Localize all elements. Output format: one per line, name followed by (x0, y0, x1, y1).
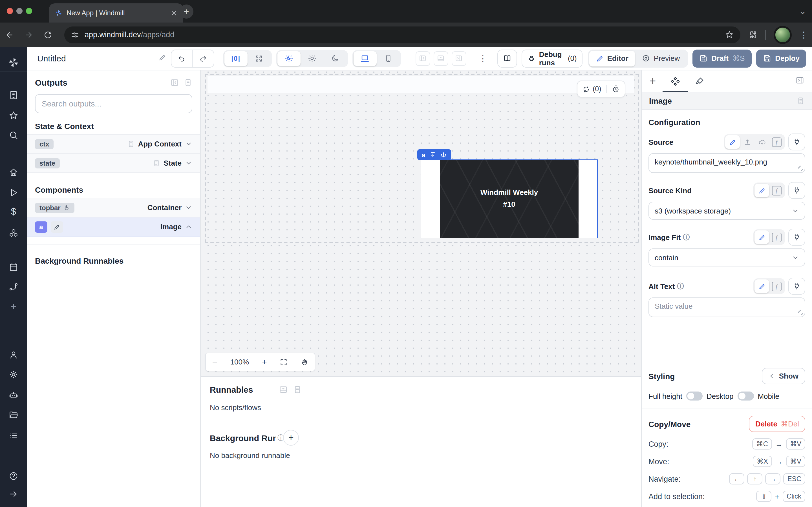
sidebar-item-favorites-icon[interactable] (9, 111, 18, 120)
center-layout-button[interactable]: |0| (224, 51, 248, 66)
source-kind-select[interactable]: s3 (workspace storage) (649, 202, 805, 220)
editor-canvas[interactable]: (0) a Windmill Weekly #10 − 100% + (201, 70, 641, 376)
output-row-ctx[interactable]: ctx App Context (27, 134, 200, 154)
sidebar-item-resources-icon[interactable] (9, 228, 18, 238)
browser-tab[interactable]: New App | Windmill (49, 3, 183, 22)
tab-component-settings[interactable] (670, 70, 680, 92)
docs-panel-icon[interactable] (293, 385, 302, 394)
profile-avatar[interactable] (774, 25, 792, 44)
function-icon[interactable]: f (769, 135, 784, 149)
ctx-badge[interactable]: ctx (35, 139, 54, 149)
more-options-icon[interactable]: ⋮ (479, 53, 487, 63)
chevron-down-icon[interactable] (185, 204, 192, 211)
sidebar-item-logs-icon[interactable] (9, 431, 18, 440)
maximize-window-button[interactable] (26, 8, 32, 14)
tab-insert-component[interactable]: + (650, 70, 656, 92)
static-pencil-icon[interactable] (725, 135, 740, 149)
full-height-desktop-toggle[interactable] (686, 392, 703, 400)
full-width-layout-button[interactable] (248, 51, 271, 66)
static-pencil-icon[interactable] (755, 279, 769, 293)
resize-handle[interactable] (798, 166, 803, 171)
toggle-bottom-panel-icon[interactable] (434, 51, 448, 66)
app-title[interactable]: Untitled (37, 54, 66, 63)
chevron-down-icon[interactable] (185, 140, 192, 148)
connect-plug-icon[interactable] (788, 278, 805, 295)
collapse-bottom-icon[interactable] (279, 385, 288, 394)
rename-pencil-icon[interactable] (158, 53, 166, 63)
site-settings-icon[interactable] (71, 31, 79, 39)
theme-auto-button[interactable] (277, 51, 301, 66)
connect-plug-icon[interactable] (788, 133, 805, 151)
windmill-logo-icon[interactable] (8, 57, 19, 68)
source-input[interactable]: keynote/thumbnail_weekly_10.png (655, 158, 799, 167)
collapse-panel-icon[interactable] (170, 78, 179, 87)
add-background-runnable-button[interactable]: + (283, 430, 299, 446)
sidebar-item-schedules-icon[interactable] (9, 262, 18, 272)
connect-plug-icon[interactable] (788, 182, 805, 199)
delete-component-button[interactable]: Delete ⌘Del (749, 416, 805, 432)
minimize-window-button[interactable] (16, 8, 22, 14)
sidebar-item-variables-icon[interactable]: $ (11, 206, 16, 217)
extensions-puzzle-icon[interactable] (748, 30, 757, 39)
desktop-view-button[interactable] (354, 51, 377, 66)
fit-to-screen-icon[interactable] (280, 358, 288, 366)
function-icon[interactable]: f (769, 279, 784, 293)
tab-editor[interactable]: Editor (589, 50, 635, 66)
resize-handle[interactable] (798, 310, 803, 315)
zoom-in-button[interactable]: + (262, 357, 267, 367)
output-row-a-selected[interactable]: a Image (27, 217, 200, 237)
selected-component-pill[interactable]: a (417, 149, 451, 160)
image-component-selected[interactable]: Windmill Weekly #10 (421, 159, 598, 238)
debug-runs-button[interactable]: Debug runs (0) (522, 49, 582, 67)
tab-global-styling[interactable] (695, 70, 704, 92)
back-icon[interactable] (0, 30, 19, 39)
redo-button[interactable] (192, 50, 214, 67)
close-window-button[interactable] (7, 8, 13, 14)
theme-light-button[interactable] (301, 51, 324, 66)
topbar-container[interactable] (207, 76, 634, 93)
address-bar[interactable]: app.windmill.dev/apps/add (64, 26, 741, 43)
sidebar-item-add-icon[interactable]: + (10, 301, 16, 313)
search-outputs-input[interactable] (35, 94, 192, 113)
reload-icon[interactable] (38, 30, 57, 39)
collapse-right-panel-icon[interactable] (796, 76, 804, 87)
draft-button[interactable]: Draft ⌘S (692, 49, 751, 67)
docs-icon[interactable] (797, 97, 805, 105)
sidebar-item-folders-icon[interactable] (9, 410, 18, 420)
state-badge[interactable]: state (35, 158, 60, 168)
cloud-upload-icon[interactable] (755, 135, 769, 149)
mobile-view-button[interactable] (377, 51, 400, 66)
sidebar-item-help-icon[interactable] (9, 471, 18, 481)
tab-search-chevron-icon[interactable]: ⌄ (799, 6, 806, 16)
expand-height-icon[interactable] (430, 152, 436, 158)
deploy-button[interactable]: Deploy (756, 49, 806, 67)
sidebar-item-home-icon[interactable] (9, 168, 18, 177)
output-row-state[interactable]: state State (27, 154, 200, 173)
edit-id-pencil-icon[interactable] (51, 221, 63, 232)
image-fit-select[interactable]: contain (649, 248, 805, 267)
sidebar-item-flows-icon[interactable] (9, 282, 18, 291)
static-pencil-icon[interactable] (755, 184, 769, 197)
function-icon[interactable]: f (769, 184, 784, 197)
theme-dark-button[interactable] (324, 51, 347, 66)
static-pencil-icon[interactable] (755, 230, 769, 244)
bookmark-star-icon[interactable] (725, 31, 733, 39)
function-icon[interactable]: f (769, 230, 784, 244)
anchor-icon[interactable] (441, 152, 447, 158)
docs-panel-icon[interactable] (184, 78, 192, 87)
chevron-up-icon[interactable] (185, 223, 192, 230)
full-height-mobile-toggle[interactable] (737, 392, 754, 400)
docs-button[interactable] (497, 49, 517, 67)
tab-preview[interactable]: Preview (635, 50, 687, 66)
toggle-right-panel-icon[interactable] (452, 51, 466, 66)
connect-plug-icon[interactable] (788, 229, 805, 245)
sidebar-item-workspace-icon[interactable] (9, 91, 18, 100)
component-a-badge[interactable]: a (35, 221, 47, 232)
show-styling-button[interactable]: Show (762, 368, 805, 384)
history-button[interactable] (606, 85, 625, 93)
sidebar-item-runs-icon[interactable] (9, 188, 18, 198)
forward-icon[interactable] (19, 30, 38, 39)
sidebar-collapse-arrow-icon[interactable] (9, 489, 18, 499)
sidebar-item-settings-icon[interactable] (9, 370, 18, 379)
sidebar-item-workers-icon[interactable] (9, 391, 18, 400)
